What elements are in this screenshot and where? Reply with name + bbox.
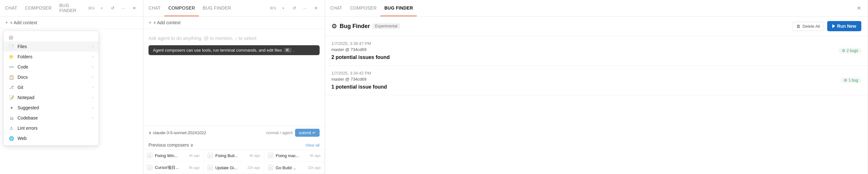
tab-bar-3: CHAT COMPOSER BUG FINDER ✕ xyxy=(325,0,868,17)
previous-composers-text: Previous composers xyxy=(149,142,189,148)
composer-file-icon-4: □ xyxy=(208,165,213,170)
bug-summary-0: 2 potential issues found xyxy=(331,55,390,60)
composer-item-5[interactable]: □ Go Build ... 22h ago xyxy=(264,162,325,174)
tab-chat-1[interactable]: CHAT xyxy=(5,0,21,16)
add-tab-button-2[interactable]: + xyxy=(279,4,287,12)
menu-item-docs[interactable]: 📋 Docs › xyxy=(3,72,98,82)
menu-item-git[interactable]: ⎇ Git › xyxy=(3,82,98,92)
menu-item-files[interactable]: 📄 Files › xyxy=(3,41,98,52)
menu-item-suggested[interactable]: ✦ Suggested › xyxy=(3,103,98,113)
kbd-new-2: ⌘N xyxy=(270,6,276,10)
composer-item-4[interactable]: □ Update Gi... 22h ago xyxy=(204,162,265,174)
delete-all-button[interactable]: 🗑 Delete All xyxy=(792,22,824,31)
context-dropdown: @ 📄 Files › 📁 Folders › </> Code › 📋 Doc… xyxy=(3,31,99,146)
trash-icon: 🗑 xyxy=(796,24,801,29)
more-button-2[interactable]: ··· xyxy=(301,4,309,12)
previous-composers-header: Previous composers ∨ View all xyxy=(144,139,325,149)
run-new-button[interactable]: Run New xyxy=(827,21,861,31)
files-icon: 📄 xyxy=(9,44,14,49)
model-selector[interactable]: ∨ claude-3-5-sonnet-20241022 xyxy=(149,130,206,135)
composer-input-placeholder[interactable]: Ask agent to do anything, @ to mention, … xyxy=(149,34,320,42)
notepad-icon: 📝 xyxy=(9,95,14,100)
composer-time-1: 4h ago xyxy=(249,154,260,157)
tab-chat-2[interactable]: CHAT xyxy=(149,0,164,16)
bugfinder-title: ⚙ Bug Finder Experimental xyxy=(331,22,789,30)
suggested-arrow: › xyxy=(92,106,93,110)
codebase-icon: 🗂 xyxy=(9,115,14,121)
menu-item-notepad-label: Notepad xyxy=(18,95,89,100)
tab-composer-2[interactable]: COMPOSER xyxy=(164,0,199,16)
tab-bugfinder-3[interactable]: BUG FINDER xyxy=(380,0,417,16)
menu-item-notepad[interactable]: 📝 Notepad › xyxy=(3,92,98,103)
git-arrow: › xyxy=(92,85,93,90)
add-tab-button-1[interactable]: + xyxy=(98,4,105,12)
composer-item-0[interactable]: □ Fixing Win... 4h ago xyxy=(144,150,204,162)
tab-composer-1[interactable]: COMPOSER xyxy=(21,0,56,16)
view-all-composers[interactable]: View all xyxy=(305,143,320,148)
close-button-1[interactable]: ✕ xyxy=(130,4,138,12)
menu-item-codebase[interactable]: 🗂 Codebase › xyxy=(3,113,98,123)
composer-name-5: Go Build ... xyxy=(276,165,305,170)
menu-item-lint[interactable]: ⚠ Lint errors xyxy=(3,123,98,133)
bug-entry-1[interactable]: 1/7/2025, 3:34:42 PM master @ 734cd69 1 … xyxy=(325,66,868,95)
menu-item-suggested-label: Suggested xyxy=(18,105,89,110)
folders-icon: 📁 xyxy=(9,54,14,60)
composer-name-0: Fixing Win... xyxy=(155,153,186,158)
composer-file-icon-5: □ xyxy=(268,165,273,170)
panel-2: CHAT COMPOSER BUG FINDER ⌘N + ↺ ··· ✕ + … xyxy=(144,0,325,174)
tab-bugfinder-2[interactable]: BUG FINDER xyxy=(199,0,235,16)
tab-composer-3[interactable]: COMPOSER xyxy=(346,0,380,16)
git-icon: ⎇ xyxy=(9,84,14,90)
tab-chat-3[interactable]: CHAT xyxy=(330,0,346,16)
bug-badge-0: ⚙ 2 bugs xyxy=(839,48,861,54)
tab-actions-1: ⌘N + ↺ ··· ✕ xyxy=(88,4,138,12)
tooltip-period: . xyxy=(293,48,295,53)
files-arrow: › xyxy=(92,44,93,49)
close-button-3[interactable]: ✕ xyxy=(855,4,863,12)
composer-grid: □ Fixing Win... 4h ago □ Fixing Buil... … xyxy=(144,149,325,174)
menu-item-code[interactable]: </> Code › xyxy=(3,62,98,72)
menu-item-folders[interactable]: 📁 Folders › xyxy=(3,52,98,62)
menu-item-web[interactable]: 🌐 Web xyxy=(3,133,98,143)
tab-bugfinder-1[interactable]: BUG FINDER xyxy=(56,0,88,16)
code-icon: </> xyxy=(9,64,14,70)
close-button-2[interactable]: ✕ xyxy=(312,4,320,12)
composer-time-0: 4h ago xyxy=(189,154,200,157)
history-button-2[interactable]: ↺ xyxy=(290,4,298,12)
composer-time-4: 22h ago xyxy=(248,166,260,170)
model-name: claude-3-5-sonnet-20241022 xyxy=(153,130,206,135)
bug-count-label-0: 2 bugs xyxy=(847,49,858,53)
submit-button[interactable]: submit ↵ xyxy=(295,129,320,137)
tooltip-text: Agent composers can use tools, run termi… xyxy=(153,48,282,53)
delete-all-label: Delete All xyxy=(802,24,820,29)
previous-composers-label[interactable]: Previous composers ∨ xyxy=(149,142,193,148)
bug-gear-icon-1: ⚙ xyxy=(844,78,847,83)
composer-item-2[interactable]: □ Fixing mac... 4h ago xyxy=(264,150,325,162)
bugfinder-header: ⚙ Bug Finder Experimental 🗑 Delete All R… xyxy=(325,17,868,36)
more-button-1[interactable]: ··· xyxy=(120,4,127,12)
bug-count-label-1: 1 bug xyxy=(848,78,858,83)
menu-item-docs-label: Docs xyxy=(18,75,89,80)
history-button-1[interactable]: ↺ xyxy=(108,4,116,12)
tab-bar-2: CHAT COMPOSER BUG FINDER ⌘N + ↺ ··· ✕ xyxy=(144,0,325,17)
add-context-1[interactable]: + + Add context xyxy=(0,17,143,29)
composer-input-area: Ask agent to do anything, @ to mention, … xyxy=(144,29,325,126)
previous-composers-chevron: ∨ xyxy=(190,142,193,148)
kbd-new-1: ⌘N xyxy=(88,6,95,10)
composer-time-5: 22h ago xyxy=(308,166,320,170)
composer-item-1[interactable]: □ Fixing Buil... 4h ago xyxy=(204,150,265,162)
composer-file-icon-0: □ xyxy=(147,153,152,158)
play-icon xyxy=(832,24,835,28)
model-bar: ∨ claude-3-5-sonnet-20241022 normal / ag… xyxy=(144,126,325,139)
composer-time-2: 4h ago xyxy=(310,154,320,157)
add-context-2[interactable]: + + Add context xyxy=(144,17,325,29)
composer-time-3: 8h ago xyxy=(189,166,200,170)
composer-item-3[interactable]: □ Cursor项目... 8h ago xyxy=(144,162,204,174)
notepad-arrow: › xyxy=(92,95,93,100)
run-new-label: Run New xyxy=(837,24,856,29)
folders-arrow: › xyxy=(92,55,93,59)
bug-entry-0[interactable]: 1/7/2025, 3:36:47 PM master @ 734cd69 2 … xyxy=(325,36,868,66)
composer-name-3: Cursor项目... xyxy=(155,165,186,171)
composer-name-2: Fixing mac... xyxy=(276,153,307,158)
submit-label: submit ↵ xyxy=(299,130,316,135)
